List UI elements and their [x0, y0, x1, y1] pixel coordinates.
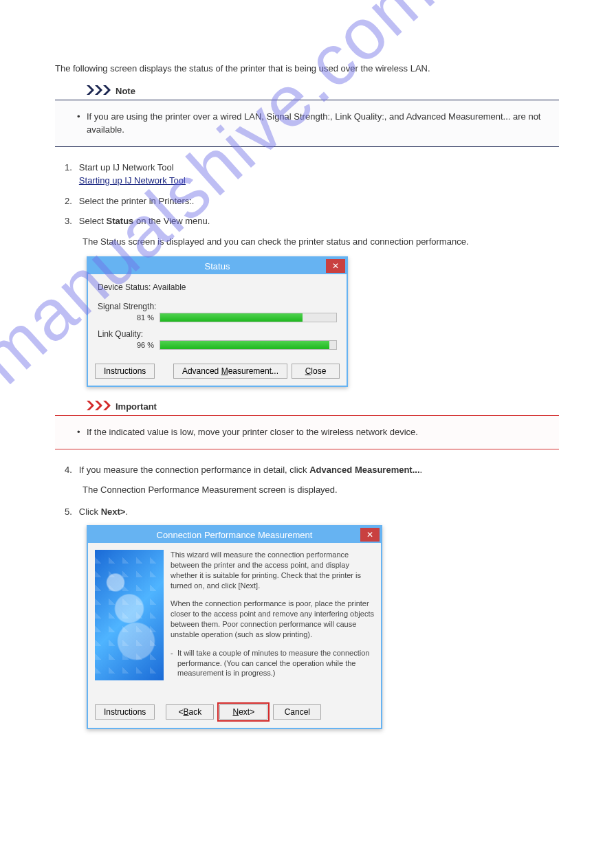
link-quality-bar-fill	[160, 341, 329, 349]
step-1-link[interactable]: Starting up IJ Network Tool	[79, 175, 186, 186]
step-1-link-text: Start up IJ Network Tool	[79, 162, 174, 173]
wizard-text-block: This wizard will measure the connection …	[171, 550, 374, 687]
cancel-button[interactable]: Cancel	[273, 704, 321, 720]
note-header: Note	[87, 85, 559, 97]
note-text: If you are using the printer over a wire…	[77, 110, 547, 137]
link-quality-pct: 96 %	[125, 341, 154, 349]
wizard-p2: When the connection performance is poor,…	[171, 599, 374, 639]
next-underline: N	[233, 707, 239, 717]
important-text: If the indicated value is low, move your…	[77, 425, 547, 439]
step-number: 1.	[65, 161, 72, 188]
status-dialog: Status ✕ Device Status: Available Signal…	[87, 256, 348, 387]
status-dialog-wrapper: Status ✕ Device Status: Available Signal…	[87, 256, 559, 387]
signal-strength-bar-fill	[160, 313, 303, 322]
device-status-label: Device Status:	[98, 282, 151, 292]
step-5-text-post: .	[125, 507, 128, 517]
close-button[interactable]: Close	[292, 364, 340, 379]
step-2-text: Select the printer in Printers:.	[79, 194, 559, 208]
link-quality-label: Link Quality:	[98, 329, 337, 339]
note-chevrons-icon	[87, 85, 111, 97]
status-description: The Status screen is displayed and you c…	[83, 235, 559, 249]
step-number: 5.	[65, 505, 72, 519]
step-5: 5. Click Next>.	[65, 505, 559, 519]
signal-strength-bar	[160, 313, 337, 322]
close-underline: C	[305, 366, 311, 376]
advanced-underline: M	[221, 366, 228, 376]
status-dialog-title: Status	[205, 261, 230, 271]
step-4-bold: Advanced Measurement...	[309, 465, 419, 475]
important-chevrons-icon	[87, 401, 111, 412]
close-icon[interactable]: ✕	[326, 259, 345, 273]
step-3: 3. Select Status on the View menu.	[65, 214, 559, 228]
wizard-dialog: Connection Performance Measurement ✕ Thi…	[87, 525, 382, 729]
device-status-line: Device Status: Available	[98, 282, 337, 292]
wizard-description: The Connection Performance Measurement s…	[83, 483, 559, 497]
wizard-p3: It will take a couple of minutes to meas…	[171, 648, 374, 679]
important-box: If the indicated value is low, move your…	[55, 415, 559, 449]
wizard-dialog-title: Connection Performance Measurement	[157, 530, 313, 540]
step-4-text-pre: If you measure the connection performanc…	[79, 465, 309, 475]
step-number: 4.	[65, 463, 72, 477]
status-dialog-titlebar: Status ✕	[88, 258, 347, 274]
instructions-button[interactable]: Instructions	[95, 364, 155, 379]
step-5-text-pre: Click	[79, 507, 101, 517]
wizard-dialog-titlebar: Connection Performance Measurement ✕	[88, 526, 381, 543]
step-1: 1. Start up IJ Network Tool Starting up …	[65, 161, 559, 188]
device-status-value: Available	[153, 282, 186, 292]
step-3-bold: Status	[107, 216, 134, 226]
next-button[interactable]: Next>	[219, 704, 267, 720]
note-label: Note	[116, 86, 135, 96]
wizard-dialog-wrapper: Connection Performance Measurement ✕ Thi…	[87, 525, 559, 729]
step-2: 2. Select the printer in Printers:.	[65, 194, 559, 208]
advanced-measurement-button[interactable]: Advanced Measurement...	[173, 364, 287, 379]
important-header: Important	[87, 401, 559, 412]
signal-strength-label: Signal Strength:	[98, 302, 337, 311]
back-button[interactable]: <Back	[166, 704, 214, 720]
step-3-text-pre: Select	[79, 216, 107, 226]
link-quality-bar	[160, 340, 337, 350]
step-number: 3.	[65, 214, 72, 228]
wizard-illustration-icon	[95, 550, 164, 680]
back-underline: B	[184, 707, 189, 717]
wizard-p1: This wizard will measure the connection …	[171, 550, 374, 590]
intro-paragraph: The following screen displays the status…	[55, 62, 559, 76]
important-label: Important	[116, 401, 157, 412]
step-number: 2.	[65, 194, 72, 208]
step-4-text-post: .	[420, 465, 423, 475]
signal-strength-pct: 81 %	[125, 313, 154, 322]
close-icon[interactable]: ✕	[360, 528, 380, 542]
note-box: If you are using the printer over a wire…	[55, 100, 559, 147]
wizard-instructions-button[interactable]: Instructions	[95, 704, 155, 720]
step-5-bold: Next>	[101, 507, 126, 517]
step-4: 4. If you measure the connection perform…	[65, 463, 559, 477]
step-3-text-post: on the View menu.	[133, 216, 210, 226]
